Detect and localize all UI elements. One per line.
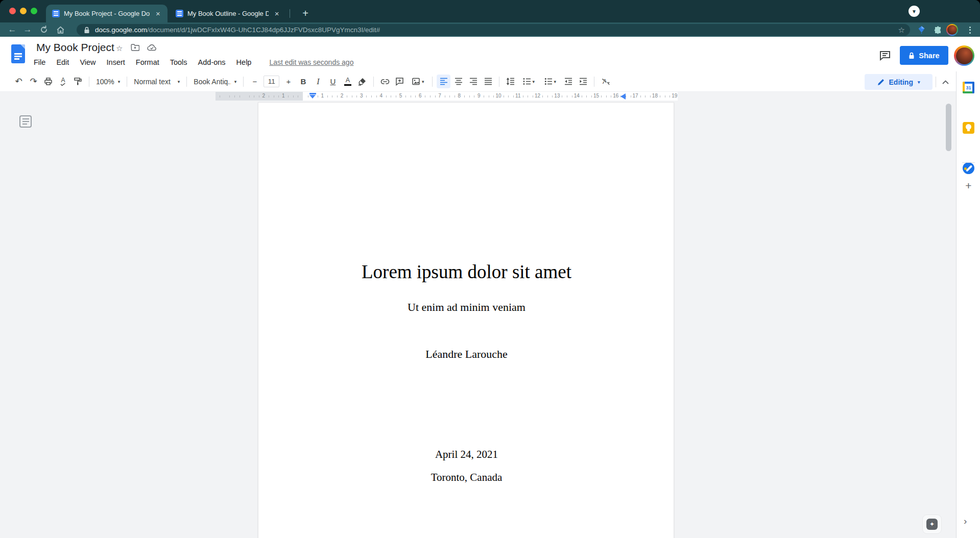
tab-my-book-project[interactable]: My Book Project - Google Docs × (46, 5, 168, 22)
left-indent-marker[interactable] (309, 93, 316, 99)
ruler-tick (670, 95, 670, 97)
home-icon[interactable] (53, 22, 67, 37)
ruler-tick (366, 95, 367, 97)
extensions-puzzle-icon[interactable] (932, 24, 944, 36)
align-center-icon[interactable] (451, 75, 465, 88)
cloud-saved-icon[interactable] (147, 44, 157, 53)
last-edit-link[interactable]: Last edit was seconds ago (269, 58, 353, 66)
tasks-icon[interactable] (963, 162, 974, 174)
share-button[interactable]: Share (900, 46, 948, 65)
move-to-folder-icon[interactable] (131, 44, 139, 53)
menu-file[interactable]: File (34, 58, 45, 66)
doc-location-text[interactable]: Toronto, Canada (258, 471, 675, 484)
ruler-number: 12 (535, 93, 540, 99)
redo-icon[interactable]: ↷ (27, 75, 40, 88)
spellcheck-icon[interactable]: A (56, 75, 70, 88)
browser-menu-icon[interactable] (964, 24, 976, 36)
docs-app-icon[interactable] (11, 44, 25, 63)
menu-edit[interactable]: Edit (56, 58, 69, 66)
font-size-input[interactable]: 11 (264, 76, 279, 87)
minimize-window-button[interactable] (20, 8, 27, 14)
ruler-tick (601, 95, 602, 97)
account-avatar[interactable] (954, 45, 974, 66)
insert-image-icon[interactable]: ▾ (408, 75, 428, 88)
menu-view[interactable]: View (80, 58, 95, 66)
extension-gem-icon[interactable] (916, 24, 927, 36)
open-comments-icon[interactable] (879, 51, 891, 62)
ruler-number: 1 (282, 93, 285, 99)
show-outline-icon[interactable] (19, 115, 32, 128)
doc-date-text[interactable]: April 24, 2021 (258, 448, 675, 461)
align-left-icon[interactable] (437, 75, 450, 88)
tab-search-button[interactable]: ▼ (909, 6, 920, 17)
back-icon[interactable]: ← (5, 22, 19, 37)
menu-tools[interactable]: Tools (170, 58, 187, 66)
close-tab-icon[interactable]: × (154, 9, 162, 18)
insert-link-icon[interactable] (378, 75, 392, 88)
increase-font-size-icon[interactable]: + (281, 75, 295, 88)
calendar-icon[interactable]: 31 (963, 82, 974, 93)
ruler-tick (337, 95, 338, 97)
ruler-tick (455, 95, 455, 97)
add-comment-icon[interactable] (393, 75, 407, 88)
zoom-window-button[interactable] (31, 8, 37, 14)
ruler-tick (396, 95, 396, 97)
menu-help[interactable]: Help (236, 58, 252, 66)
hide-menus-button[interactable] (939, 75, 952, 89)
highlight-color-icon[interactable] (355, 75, 369, 88)
bold-icon[interactable]: B (296, 75, 310, 88)
font-select[interactable]: Book Antiq... ▾ (190, 75, 240, 88)
forward-icon[interactable]: → (20, 22, 35, 37)
keep-icon[interactable] (963, 122, 974, 134)
star-document-icon[interactable]: ☆ (116, 44, 123, 53)
close-side-panel-icon[interactable]: › (964, 516, 967, 527)
close-window-button[interactable] (9, 8, 16, 14)
ruler-tick (298, 95, 298, 97)
print-icon[interactable] (41, 75, 55, 88)
italic-icon[interactable]: I (311, 75, 325, 88)
browser-avatar[interactable] (946, 24, 958, 36)
new-tab-button[interactable]: + (298, 6, 313, 20)
decrease-indent-icon[interactable] (561, 75, 575, 88)
menu-addons[interactable]: Add-ons (198, 58, 226, 66)
bookmark-star-icon[interactable]: ☆ (898, 26, 905, 35)
menu-insert[interactable]: Insert (107, 58, 125, 66)
document-title[interactable]: My Book Project (36, 41, 114, 54)
bulleted-list-icon[interactable]: ▾ (540, 75, 560, 88)
close-tab-icon[interactable]: × (273, 9, 281, 18)
document-page[interactable]: Lorem ipsum dolor sit amet Ut enim ad mi… (258, 102, 674, 538)
zoom-select[interactable]: 100% ▾ (93, 75, 123, 88)
scrollbar-thumb[interactable] (946, 104, 951, 151)
ruler-number: 18 (652, 93, 658, 99)
ruler-tick (504, 95, 504, 97)
address-bar[interactable]: docs.google.com/document/d/1jwDCFxIxW4G-… (77, 24, 910, 36)
line-spacing-icon[interactable] (504, 75, 517, 88)
ruler-tick (356, 95, 357, 97)
undo-icon[interactable]: ↶ (12, 75, 26, 88)
increase-indent-icon[interactable] (576, 75, 590, 88)
justify-icon[interactable] (481, 75, 495, 88)
align-right-icon[interactable] (466, 75, 480, 88)
paint-format-icon[interactable] (71, 75, 85, 88)
reload-icon[interactable] (37, 22, 51, 37)
doc-subtitle-text[interactable]: Ut enim ad minim veniam (258, 301, 675, 314)
numbered-list-icon[interactable]: ▾ (518, 75, 539, 88)
right-indent-marker[interactable] (620, 93, 626, 100)
chevron-down-icon: ▾ (234, 79, 237, 84)
explore-button[interactable]: ✦ (922, 515, 942, 534)
underline-icon[interactable]: U (326, 75, 340, 88)
paragraph-style-select[interactable]: Normal text ▾ (131, 75, 183, 88)
tab-my-book-outline[interactable]: My Book Outline - Google Docs × (170, 5, 286, 22)
doc-author-text[interactable]: Léandre Larouche (258, 348, 675, 361)
decrease-font-size-icon[interactable]: − (248, 75, 261, 88)
menu-format[interactable]: Format (136, 58, 159, 66)
text-color-icon[interactable]: A (341, 75, 354, 88)
editing-mode-button[interactable]: Editing ▾ (865, 74, 933, 90)
ruler-number: 2 (262, 93, 266, 99)
ruler-number: 9 (477, 93, 481, 99)
ruler-tick (405, 95, 406, 97)
get-addons-icon[interactable]: + (963, 180, 974, 192)
browser-window: My Book Project - Google Docs × My Book … (0, 0, 980, 538)
doc-title-text[interactable]: Lorem ipsum dolor sit amet (258, 261, 675, 283)
clear-formatting-icon[interactable]: A (599, 75, 612, 88)
